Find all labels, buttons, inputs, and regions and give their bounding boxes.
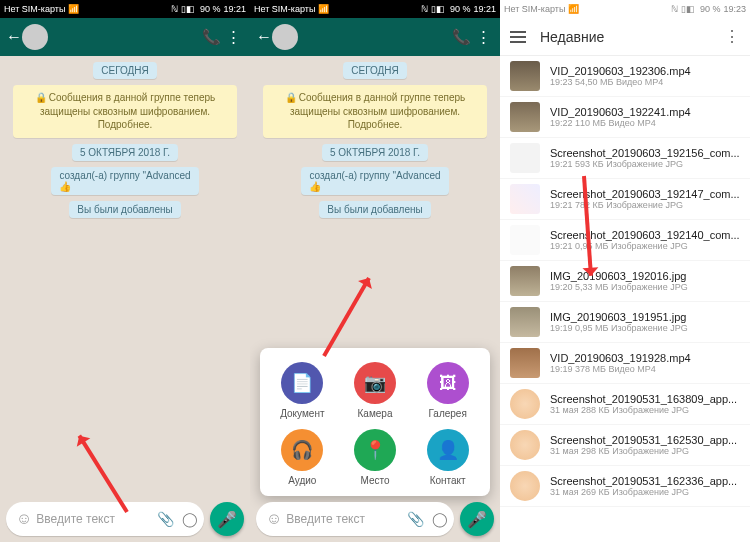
file-name: VID_20190603_192241.mp4 xyxy=(550,106,740,118)
camera-icon[interactable]: ◯ xyxy=(182,511,198,527)
carrier-text: Нет SIM-карты xyxy=(4,4,65,14)
attach-icon[interactable]: 📎 xyxy=(407,511,424,527)
file-name: VID_20190603_192306.mp4 xyxy=(550,65,740,77)
file-meta: 19:22 110 МБ Видео MP4 xyxy=(550,118,740,128)
attach-contact[interactable]: 👤 Контакт xyxy=(412,429,484,486)
file-thumb xyxy=(510,184,540,214)
file-name: Screenshot_20190531_162336_app... xyxy=(550,475,740,487)
nfc-icon: ℕ xyxy=(171,4,178,14)
file-thumb xyxy=(510,225,540,255)
file-name: IMG_20190603_192016.jpg xyxy=(550,270,740,282)
battery-text: 90 % xyxy=(200,4,221,14)
file-meta: 19:19 378 МБ Видео MP4 xyxy=(550,364,740,374)
file-row[interactable]: Screenshot_20190603_192147_com...19:21 7… xyxy=(500,179,750,220)
file-name: Screenshot_20190603_192147_com... xyxy=(550,188,740,200)
input-placeholder: Введите текст xyxy=(36,512,157,526)
location-icon: 📍 xyxy=(354,429,396,471)
avatar[interactable] xyxy=(22,24,48,50)
file-meta: 19:20 5,33 МБ Изображение JPG xyxy=(550,282,740,292)
back-icon[interactable]: ← xyxy=(6,28,20,46)
file-row[interactable]: Screenshot_20190531_162530_app...31 мая … xyxy=(500,425,750,466)
date-pill-today: СЕГОДНЯ xyxy=(343,62,407,79)
file-row[interactable]: VID_20190603_192241.mp419:22 110 МБ Виде… xyxy=(500,97,750,138)
attach-location[interactable]: 📍 Место xyxy=(339,429,411,486)
date-pill: 5 ОКТЯБРЯ 2018 Г. xyxy=(322,144,428,161)
more-icon[interactable]: ⋮ xyxy=(472,28,494,46)
file-row[interactable]: IMG_20190603_192016.jpg19:20 5,33 МБ Изо… xyxy=(500,261,750,302)
call-icon[interactable]: 📞 xyxy=(200,28,222,46)
file-picker-header: Недавние ⋮ xyxy=(500,18,750,56)
camera-icon[interactable]: ◯ xyxy=(432,511,448,527)
file-thumb xyxy=(510,430,540,460)
file-thumb xyxy=(510,102,540,132)
attach-gallery[interactable]: 🖼 Галерея xyxy=(412,362,484,419)
mic-icon: 🎤 xyxy=(217,510,237,529)
status-bar: Нет SIM-карты 📶 ℕ▯◧90 %19:21 xyxy=(0,0,250,18)
file-meta: 19:19 0,95 МБ Изображение JPG xyxy=(550,323,740,333)
file-name: Screenshot_20190531_162530_app... xyxy=(550,434,740,446)
file-thumb xyxy=(510,307,540,337)
message-input[interactable]: ☺ Введите текст 📎 ◯ xyxy=(6,502,204,536)
attach-document[interactable]: 📄 Документ xyxy=(266,362,338,419)
file-row[interactable]: IMG_20190603_191951.jpg19:19 0,95 МБ Изо… xyxy=(500,302,750,343)
emoji-icon[interactable]: ☺ xyxy=(16,510,32,528)
input-bar: ☺ Введите текст 📎 ◯ 🎤 xyxy=(256,502,494,536)
status-bar: Нет SIM-карты 📶 ℕ▯◧90 %19:23 xyxy=(500,0,750,18)
hamburger-icon[interactable] xyxy=(510,31,526,43)
camera-icon: 📷 xyxy=(354,362,396,404)
file-meta: 19:21 593 КБ Изображение JPG xyxy=(550,159,740,169)
avatar[interactable] xyxy=(272,24,298,50)
date-pill-today: СЕГОДНЯ xyxy=(93,62,157,79)
file-row[interactable]: Screenshot_20190531_163809_app...31 мая … xyxy=(500,384,750,425)
chat-body: СЕГОДНЯ 🔒Сообщения в данной группе тепер… xyxy=(0,56,250,542)
file-name: Screenshot_20190603_192156_com... xyxy=(550,147,740,159)
file-row[interactable]: Screenshot_20190531_162336_app...31 мая … xyxy=(500,466,750,507)
file-meta: 31 мая 298 КБ Изображение JPG xyxy=(550,446,740,456)
file-row[interactable]: Screenshot_20190603_192156_com...19:21 5… xyxy=(500,138,750,179)
file-list[interactable]: VID_20190603_192306.mp419:23 54,50 МБ Ви… xyxy=(500,56,750,542)
emoji-icon[interactable]: ☺ xyxy=(266,510,282,528)
message-input[interactable]: ☺ Введите текст 📎 ◯ xyxy=(256,502,454,536)
attach-audio[interactable]: 🎧 Аудио xyxy=(266,429,338,486)
file-meta: 19:21 0,95 МБ Изображение JPG xyxy=(550,241,740,251)
system-msg-added: Вы были добавлены xyxy=(69,201,180,218)
file-row[interactable]: VID_20190603_192306.mp419:23 54,50 МБ Ви… xyxy=(500,56,750,97)
file-thumb xyxy=(510,61,540,91)
file-thumb xyxy=(510,348,540,378)
mic-icon: 🎤 xyxy=(467,510,487,529)
back-icon[interactable]: ← xyxy=(256,28,270,46)
file-meta: 19:23 54,50 МБ Видео MP4 xyxy=(550,77,740,87)
file-thumb xyxy=(510,389,540,419)
date-pill: 5 ОКТЯБРЯ 2018 Г. xyxy=(72,144,178,161)
chat-header: ← 📞 ⋮ xyxy=(250,18,500,56)
file-row[interactable]: VID_20190603_191928.mp419:19 378 МБ Виде… xyxy=(500,343,750,384)
file-thumb xyxy=(510,471,540,501)
call-icon[interactable]: 📞 xyxy=(450,28,472,46)
mic-button[interactable]: 🎤 xyxy=(460,502,494,536)
file-row[interactable]: Screenshot_20190603_192140_com...19:21 0… xyxy=(500,220,750,261)
status-bar: Нет SIM-карты 📶 ℕ▯◧90 %19:21 xyxy=(250,0,500,18)
encryption-notice[interactable]: 🔒Сообщения в данной группе теперь защище… xyxy=(263,85,488,138)
more-icon[interactable]: ⋮ xyxy=(724,27,740,46)
system-msg-created: создал(-а) группу "Advanced👍 xyxy=(51,167,198,195)
file-meta: 31 мая 288 КБ Изображение JPG xyxy=(550,405,740,415)
encryption-notice[interactable]: 🔒Сообщения в данной группе теперь защище… xyxy=(13,85,238,138)
lock-icon: 🔒 xyxy=(35,92,47,103)
attach-camera[interactable]: 📷 Камера xyxy=(339,362,411,419)
audio-icon: 🎧 xyxy=(281,429,323,471)
file-name: Screenshot_20190603_192140_com... xyxy=(550,229,740,241)
file-name: VID_20190603_191928.mp4 xyxy=(550,352,740,364)
system-msg-added: Вы были добавлены xyxy=(319,201,430,218)
attach-icon[interactable]: 📎 xyxy=(157,511,174,527)
more-icon[interactable]: ⋮ xyxy=(222,28,244,46)
panel-file-picker: Нет SIM-карты 📶 ℕ▯◧90 %19:23 Недавние ⋮ … xyxy=(500,0,750,542)
file-thumb xyxy=(510,143,540,173)
panel-chat-attach: Нет SIM-карты 📶 ℕ▯◧90 %19:21 ← 📞 ⋮ СЕГОД… xyxy=(250,0,500,542)
document-icon: 📄 xyxy=(281,362,323,404)
mic-button[interactable]: 🎤 xyxy=(210,502,244,536)
chat-body: СЕГОДНЯ 🔒Сообщения в данной группе тепер… xyxy=(250,56,500,542)
file-thumb xyxy=(510,266,540,296)
file-meta: 19:21 782 КБ Изображение JPG xyxy=(550,200,740,210)
contact-icon: 👤 xyxy=(427,429,469,471)
panel-chat-normal: Нет SIM-карты 📶 ℕ▯◧90 %19:21 ← 📞 ⋮ СЕГОД… xyxy=(0,0,250,542)
